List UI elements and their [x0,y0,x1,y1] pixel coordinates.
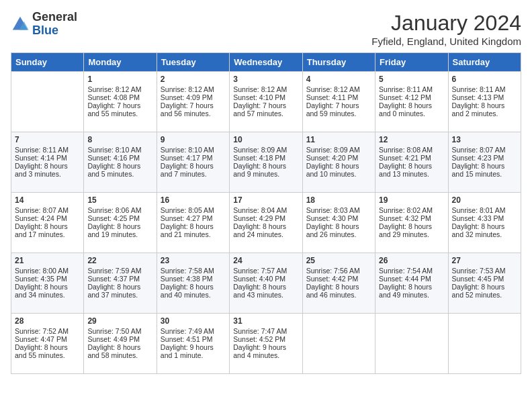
sunset-text: Sunset: 4:18 PM [233,154,285,162]
day-number: 9 [161,135,226,144]
header-row: SundayMondayTuesdayWednesdayThursdayFrid… [11,53,521,72]
calendar-cell: 30 Sunrise: 7:49 AM Sunset: 4:51 PM Dayl… [157,314,229,374]
sunrise-text: Sunrise: 7:57 AM [233,267,287,275]
day-number: 11 [306,135,371,144]
sunrise-text: Sunrise: 8:12 AM [233,85,287,93]
calendar-cell: 18 Sunrise: 8:03 AM Sunset: 4:30 PM Dayl… [302,193,375,253]
sunset-text: Sunset: 4:37 PM [87,275,140,283]
calendar-cell: 27 Sunrise: 7:53 AM Sunset: 4:45 PM Dayl… [448,253,521,314]
sunset-text: Sunset: 4:20 PM [306,154,359,162]
sunset-text: Sunset: 4:13 PM [452,93,504,101]
sunset-text: Sunset: 4:16 PM [87,154,140,162]
sunrise-text: Sunrise: 8:02 AM [379,206,433,214]
sunset-text: Sunset: 4:08 PM [87,93,140,101]
calendar-cell: 9 Sunrise: 8:10 AM Sunset: 4:17 PM Dayli… [157,132,229,193]
day-number: 6 [452,75,517,84]
sunset-text: Sunset: 4:42 PM [306,275,359,283]
daylight-text: Daylight: 8 hours and 24 minutes. [233,222,286,238]
logo-icon [11,15,30,34]
calendar-cell: 24 Sunrise: 7:57 AM Sunset: 4:40 PM Dayl… [230,253,302,314]
day-number: 23 [161,256,226,265]
sunset-text: Sunset: 4:44 PM [379,275,431,283]
sunrise-text: Sunrise: 8:07 AM [452,146,506,154]
sunset-text: Sunset: 4:52 PM [233,335,285,343]
sunset-text: Sunset: 4:09 PM [161,93,213,101]
daylight-text: Daylight: 8 hours and 7 minutes. [161,162,214,178]
daylight-text: Daylight: 8 hours and 13 minutes. [379,162,432,178]
sunset-text: Sunset: 4:47 PM [15,335,67,343]
day-number: 20 [452,195,517,205]
weekday-header: Monday [84,53,157,72]
calendar-cell [375,314,448,374]
calendar-cell: 2 Sunrise: 8:12 AM Sunset: 4:09 PM Dayli… [157,72,229,132]
calendar-cell: 26 Sunrise: 7:54 AM Sunset: 4:44 PM Dayl… [375,253,448,314]
calendar-title: January 2024 [371,11,521,36]
day-number: 25 [306,256,371,265]
sunset-text: Sunset: 4:27 PM [161,214,213,222]
daylight-text: Daylight: 8 hours and 19 minutes. [87,222,140,238]
sunrise-text: Sunrise: 8:09 AM [306,146,360,154]
day-number: 17 [233,195,298,205]
calendar-cell [11,72,84,132]
calendar-cell: 21 Sunrise: 8:00 AM Sunset: 4:35 PM Dayl… [11,253,84,314]
sunset-text: Sunset: 4:10 PM [233,93,285,101]
sunrise-text: Sunrise: 8:10 AM [161,146,214,154]
weekday-header: Sunday [11,53,84,72]
sunrise-text: Sunrise: 7:58 AM [161,267,214,275]
sunset-text: Sunset: 4:30 PM [306,214,359,222]
daylight-text: Daylight: 9 hours and 4 minutes. [233,343,286,359]
day-number: 12 [379,135,444,144]
daylight-text: Daylight: 8 hours and 55 minutes. [15,343,68,359]
daylight-text: Daylight: 8 hours and 32 minutes. [452,222,505,238]
calendar-cell: 31 Sunrise: 7:47 AM Sunset: 4:52 PM Dayl… [230,314,302,374]
calendar-table: SundayMondayTuesdayWednesdayThursdayFrid… [11,52,521,374]
sunrise-text: Sunrise: 7:54 AM [379,267,433,275]
calendar-cell: 14 Sunrise: 8:07 AM Sunset: 4:24 PM Dayl… [11,193,84,253]
sunrise-text: Sunrise: 8:12 AM [306,85,360,93]
daylight-text: Daylight: 8 hours and 3 minutes. [15,162,68,178]
sunset-text: Sunset: 4:29 PM [233,214,285,222]
calendar-cell: 15 Sunrise: 8:06 AM Sunset: 4:25 PM Dayl… [84,193,157,253]
sunrise-text: Sunrise: 8:01 AM [452,206,506,214]
sunrise-text: Sunrise: 7:59 AM [87,267,141,275]
calendar-cell: 8 Sunrise: 8:10 AM Sunset: 4:16 PM Dayli… [84,132,157,193]
day-number: 2 [161,75,226,84]
weekday-header: Friday [375,53,448,72]
day-number: 31 [233,316,298,326]
day-number: 18 [306,195,371,205]
day-number: 14 [15,195,80,205]
daylight-text: Daylight: 8 hours and 15 minutes. [452,162,505,178]
sunset-text: Sunset: 4:11 PM [306,93,359,101]
sunset-text: Sunset: 4:23 PM [452,154,504,162]
logo-text: General Blue [32,11,77,38]
daylight-text: Daylight: 8 hours and 0 minutes. [379,101,432,118]
sunrise-text: Sunrise: 8:08 AM [379,146,433,154]
daylight-text: Daylight: 8 hours and 17 minutes. [15,222,68,238]
daylight-text: Daylight: 8 hours and 10 minutes. [306,162,359,178]
day-number: 21 [15,256,80,265]
day-number: 1 [87,75,152,84]
calendar-subtitle: Fyfield, England, United Kingdom [371,36,521,47]
calendar-cell: 17 Sunrise: 8:04 AM Sunset: 4:29 PM Dayl… [230,193,302,253]
calendar-cell: 4 Sunrise: 8:12 AM Sunset: 4:11 PM Dayli… [302,72,375,132]
calendar-cell: 5 Sunrise: 8:11 AM Sunset: 4:12 PM Dayli… [375,72,448,132]
daylight-text: Daylight: 8 hours and 58 minutes. [87,343,140,359]
day-number: 29 [87,316,152,326]
day-number: 28 [15,316,80,326]
sunrise-text: Sunrise: 8:12 AM [161,85,214,93]
sunrise-text: Sunrise: 8:10 AM [87,146,141,154]
day-number: 16 [161,195,226,205]
day-number: 7 [15,135,80,144]
day-number: 22 [87,256,152,265]
sunrise-text: Sunrise: 8:11 AM [452,85,506,93]
sunrise-text: Sunrise: 8:12 AM [87,85,141,93]
daylight-text: Daylight: 8 hours and 46 minutes. [306,283,359,299]
calendar-cell: 11 Sunrise: 8:09 AM Sunset: 4:20 PM Dayl… [302,132,375,193]
calendar-cell: 20 Sunrise: 8:01 AM Sunset: 4:33 PM Dayl… [448,193,521,253]
daylight-text: Daylight: 8 hours and 40 minutes. [161,283,214,299]
sunrise-text: Sunrise: 8:09 AM [233,146,287,154]
sunrise-text: Sunrise: 8:07 AM [15,206,69,214]
sunrise-text: Sunrise: 7:49 AM [161,327,214,335]
calendar-cell [448,314,521,374]
sunset-text: Sunset: 4:32 PM [379,214,431,222]
